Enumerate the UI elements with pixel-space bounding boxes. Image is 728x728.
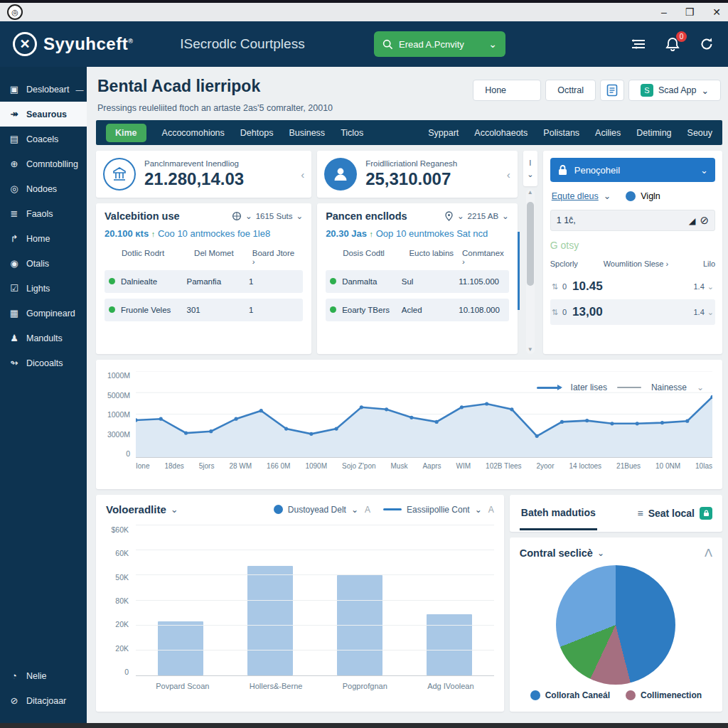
- sidebar-item-icon: ☑: [9, 283, 20, 294]
- chevron-down-icon[interactable]: ⌄: [707, 282, 714, 291]
- sidebar-item[interactable]: ☑ Lights: [0, 276, 87, 301]
- chevron-down-icon[interactable]: ⌄: [597, 548, 604, 558]
- filter-button[interactable]: [630, 36, 647, 53]
- sidebar-item[interactable]: ▦ Gompineard: [0, 301, 87, 326]
- column-header[interactable]: Woumlition Slese ›: [604, 259, 689, 268]
- table-row[interactable]: Fruonle Veles 301 1: [105, 299, 303, 321]
- column-header[interactable]: Board Jtore ›: [252, 249, 299, 266]
- sort-icon[interactable]: ⇅: [552, 308, 558, 317]
- sidebar-item[interactable]: ▣ Deslobeart —: [0, 77, 87, 102]
- nav-tab[interactable]: Dehtops: [240, 128, 274, 138]
- bar[interactable]: [247, 566, 293, 675]
- legend-label[interactable]: Eassiipollie Cont: [407, 505, 470, 515]
- radio-selected[interactable]: [626, 191, 636, 201]
- column-header[interactable]: Del Momet: [194, 249, 252, 266]
- panel-row[interactable]: ⇅ 0 10.45 1.4 ⌄: [550, 274, 715, 299]
- chevron-down-icon[interactable]: ⌄: [245, 211, 252, 221]
- legend-label[interactable]: Dustoyead Delt: [288, 505, 346, 515]
- nav-tab[interactable]: Accocomohions: [162, 128, 225, 138]
- column-header[interactable]: Lilo: [689, 259, 715, 268]
- bar[interactable]: [427, 614, 472, 676]
- divider-toggle[interactable]: I ⌄: [523, 151, 537, 186]
- equte-link[interactable]: Equte dleus: [552, 191, 599, 201]
- close-button[interactable]: ✕: [712, 6, 721, 18]
- scroll-up-arrow[interactable]: ▲: [526, 189, 535, 196]
- sidebar-item[interactable]: ↠ Seaurous: [0, 102, 87, 127]
- chevron-left-icon[interactable]: ‹: [301, 168, 304, 181]
- sidebar-item[interactable]: ↱ Home: [0, 226, 87, 251]
- sidebar-item[interactable]: ♟ Mandults: [0, 326, 87, 350]
- table-row[interactable]: Dalniealte Pamanfia 1: [105, 270, 303, 293]
- notifications-button[interactable]: 0: [664, 36, 681, 53]
- y-tick-label: 80K: [115, 596, 129, 605]
- chevron-down-icon[interactable]: ⌄: [707, 308, 714, 317]
- octtral-button[interactable]: Octtral: [545, 80, 596, 101]
- sidebar-item[interactable]: ⊕ Comntoblling: [0, 151, 87, 176]
- chevron-down-icon[interactable]: ⌄: [475, 505, 482, 515]
- nav-tab[interactable]: Detiming: [636, 128, 671, 138]
- card-filter[interactable]: 2215 AB: [468, 212, 498, 220]
- legend-item[interactable]: Collimenection: [626, 690, 702, 700]
- triangle-icon[interactable]: ◢: [689, 215, 696, 226]
- otsy-badge: G otsy: [550, 240, 715, 251]
- bar[interactable]: [158, 621, 203, 675]
- sort-icon[interactable]: ⇅: [552, 282, 558, 291]
- refresh-button[interactable]: [698, 36, 715, 53]
- nav-tab[interactable]: Ticlos: [341, 128, 363, 138]
- maximize-button[interactable]: ❒: [685, 6, 695, 18]
- gridline: [136, 574, 494, 575]
- nav-tab[interactable]: Seouy: [687, 128, 712, 138]
- column-header[interactable]: Conmtanex ›: [462, 249, 505, 266]
- column-header[interactable]: Eucto labins: [409, 249, 462, 266]
- card-filter[interactable]: 1615 Suts: [256, 212, 293, 220]
- search-button[interactable]: Eread A.Pcnvity ⌄: [374, 31, 505, 57]
- nav-tab[interactable]: Kime: [106, 124, 146, 142]
- nav-tab[interactable]: Business: [289, 128, 325, 138]
- scroll-down-arrow[interactable]: ▼: [526, 346, 535, 353]
- tab-seat-local[interactable]: ≡ Seat local: [637, 507, 712, 520]
- sidebar-footer-item[interactable]: ⊘ Ditacjoaar: [0, 688, 87, 713]
- sidebar-item-label: Gompineard: [26, 309, 75, 318]
- panel-row[interactable]: ⇅ 0 13,00 1.4 ⌄: [550, 299, 715, 325]
- sidebar-footer-item[interactable]: ◔ Nelie: [0, 663, 87, 688]
- chevron-down-icon[interactable]: ⌄: [296, 211, 303, 221]
- tab-bateh-maduties[interactable]: Bateh madutios: [520, 497, 597, 530]
- collapse-button[interactable]: ᐱ: [705, 546, 712, 560]
- nav-tab[interactable]: Accolohaeots: [474, 128, 528, 138]
- legend-item[interactable]: Collorah Caneál: [530, 690, 610, 700]
- no-entry-icon[interactable]: ⊘: [700, 214, 709, 227]
- sidebar-item[interactable]: ◉ Otalis: [0, 251, 87, 276]
- penocoheil-button[interactable]: Penoçoheil ⌄: [550, 158, 715, 182]
- pie-card-title: Contral seclicè: [520, 547, 593, 559]
- chevron-down-icon[interactable]: ⌄: [502, 211, 509, 221]
- sidebar-item[interactable]: ◎ Nodoes: [0, 176, 87, 201]
- page-subtitle: Pressings reuleliited ftoch an artaste 2…: [97, 103, 333, 113]
- nav-tab[interactable]: Acilies: [595, 128, 621, 138]
- chevron-down-icon[interactable]: ⌄: [604, 191, 611, 201]
- vertical-scrollbar[interactable]: ▲ ▼: [526, 189, 535, 354]
- globe-pin-icon[interactable]: [232, 211, 242, 221]
- pin-icon[interactable]: [444, 211, 454, 221]
- chevron-down-icon[interactable]: ⌄: [457, 211, 464, 221]
- sidebar-item-label: Seaurous: [26, 109, 67, 119]
- table-row[interactable]: Danmalta Sul 11.105.000: [326, 270, 509, 293]
- chevron-down-icon[interactable]: ⌄: [171, 504, 178, 515]
- sidebar-item[interactable]: ▤ Coacels: [0, 127, 87, 151]
- column-header[interactable]: Spclorly: [550, 259, 604, 268]
- column-header[interactable]: Dosis Codtl: [343, 249, 409, 266]
- panel-input-field[interactable]: ◢ ⊘: [550, 210, 715, 231]
- scad-app-button[interactable]: S Scad App ⌄: [628, 80, 721, 101]
- table-row[interactable]: Eoarty TBers Acled 10.108.000: [326, 299, 509, 321]
- sidebar-item[interactable]: ↬ Dicooalts: [0, 350, 87, 375]
- scrollbar-thumb[interactable]: [527, 202, 534, 286]
- chevron-down-icon[interactable]: ⌄: [351, 505, 358, 515]
- document-button[interactable]: [600, 80, 624, 101]
- nav-tab[interactable]: Syppart: [428, 128, 459, 138]
- nav-tab[interactable]: Polistans: [543, 128, 579, 138]
- panel-input[interactable]: [557, 215, 685, 225]
- minimize-button[interactable]: –: [661, 6, 667, 18]
- column-header[interactable]: Dotlic Rodrt: [122, 249, 194, 266]
- chevron-left-icon[interactable]: ‹: [507, 168, 510, 181]
- home-button[interactable]: Hone: [473, 80, 541, 101]
- sidebar-item[interactable]: ≣ Faaols: [0, 201, 87, 226]
